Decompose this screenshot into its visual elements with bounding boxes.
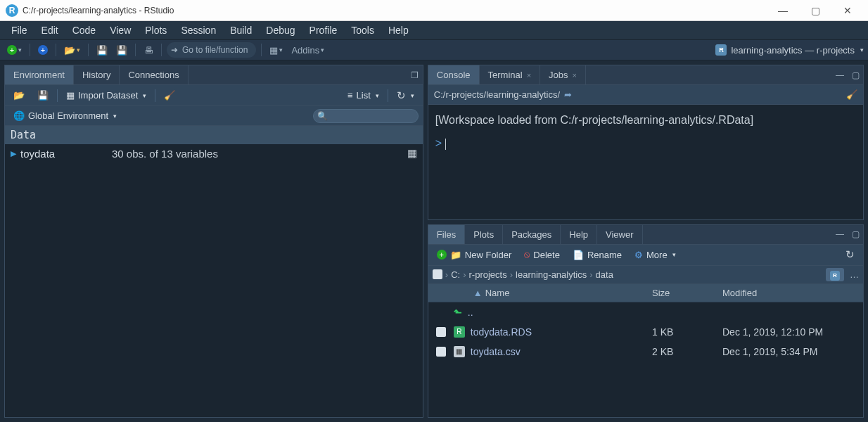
breadcrumb-item[interactable]: C: (451, 269, 460, 280)
menu-bar: File Edit Code View Plots Session Build … (0, 21, 868, 39)
more-button[interactable]: ⚙More▾ (630, 248, 680, 262)
tab-help[interactable]: Help (561, 225, 597, 244)
search-icon: 🔍 (317, 111, 328, 121)
rstudio-logo-icon: R (6, 4, 18, 17)
col-modified[interactable]: Modified (722, 288, 863, 298)
file-checkbox[interactable] (436, 347, 446, 357)
refresh-files-button[interactable]: ↻ (841, 247, 859, 262)
menu-help[interactable]: Help (381, 22, 416, 39)
tab-jobs[interactable]: Jobs× (540, 65, 586, 84)
console-output[interactable]: [Workspace loaded from C:/r-projects/lea… (428, 105, 863, 158)
pane-min-icon[interactable]: — (832, 70, 848, 80)
file-up-row[interactable]: ⬑.. (428, 302, 863, 322)
breadcrumb-project-icon[interactable]: R (826, 268, 844, 281)
menu-session[interactable]: Session (174, 22, 223, 39)
tab-connections[interactable]: Connections (120, 65, 188, 84)
tab-history[interactable]: History (74, 65, 120, 84)
save-button[interactable]: 💾 (94, 42, 110, 58)
menu-view[interactable]: View (103, 22, 138, 39)
pane-popout-icon[interactable]: ❐ (407, 70, 423, 80)
menu-profile[interactable]: Profile (302, 22, 345, 39)
save-all-button[interactable]: 💾 (113, 42, 130, 58)
col-name[interactable]: Name (485, 288, 510, 298)
console-line: [Workspace loaded from C:/r-projects/lea… (435, 112, 856, 128)
tab-terminal[interactable]: Terminal× (480, 65, 541, 84)
goto-file-function[interactable]: ➜ Go to file/function (167, 42, 256, 58)
new-folder-button[interactable]: +📁New Folder (433, 248, 516, 262)
menu-build[interactable]: Build (223, 22, 259, 39)
refresh-env-button[interactable]: ↻▾ (392, 88, 419, 103)
clear-console-button[interactable]: 🧹 (846, 89, 857, 100)
menu-code[interactable]: Code (65, 22, 103, 39)
env-item-name: toydata (20, 148, 112, 160)
print-button[interactable]: 🖶 (141, 42, 156, 58)
clear-workspace-button[interactable]: 🧹 (160, 89, 179, 102)
console-prompt: > (435, 137, 442, 149)
maximize-button[interactable]: ▢ (806, 5, 824, 16)
select-all-checkbox[interactable] (433, 269, 442, 279)
menu-edit[interactable]: Edit (34, 22, 65, 39)
window-titlebar: R C:/r-projects/learning-analytics - RSt… (0, 0, 868, 21)
new-file-button[interactable]: +▾ (4, 42, 25, 58)
tab-files[interactable]: Files (428, 225, 465, 244)
new-project-button[interactable]: + (35, 42, 51, 58)
minimize-button[interactable]: — (774, 5, 792, 16)
env-item[interactable]: ▶ toydata 30 obs. of 13 variables ▦ (5, 144, 423, 162)
env-scope-button[interactable]: 🌐 Global Environment▾ (9, 109, 121, 122)
environment-pane: Environment History Connections ❐ 📂 💾 ▦ … (4, 65, 423, 418)
menu-plots[interactable]: Plots (138, 22, 174, 39)
menu-file[interactable]: File (4, 22, 34, 39)
env-search-input[interactable] (313, 109, 419, 123)
delete-button[interactable]: ⦸Delete (520, 248, 564, 262)
files-breadcrumb: › C: › r-projects › learning-analytics ›… (428, 266, 863, 284)
menu-tools[interactable]: Tools (344, 22, 381, 39)
pane-max-icon[interactable]: ▢ (848, 229, 863, 239)
close-button[interactable]: ✕ (838, 5, 857, 16)
file-checkbox[interactable] (436, 327, 446, 337)
files-header: ▲Name Size Modified (428, 284, 863, 302)
console-wd: C:/r-projects/learning-analytics/ (434, 89, 560, 100)
file-size: 2 KB (652, 346, 722, 357)
save-workspace-button[interactable]: 💾 (33, 89, 53, 102)
open-file-button[interactable]: 📂▾ (61, 42, 83, 58)
sort-icon[interactable]: ▲ (473, 288, 483, 298)
file-row: ▦toydata.csv 2 KB Dec 1, 2019, 5:34 PM (428, 342, 863, 362)
file-modified: Dec 1, 2019, 5:34 PM (722, 346, 863, 357)
pane-max-icon[interactable]: ▢ (848, 70, 863, 80)
tab-packages[interactable]: Packages (503, 225, 561, 244)
folder-up-icon: ⬑ (454, 307, 462, 318)
view-data-icon[interactable]: ▦ (407, 147, 417, 160)
file-name[interactable]: todydata.RDS (471, 326, 532, 338)
tab-plots-pane[interactable]: Plots (465, 225, 503, 244)
file-row: Rtodydata.RDS 1 KB Dec 1, 2019, 12:10 PM (428, 322, 863, 342)
breadcrumb-more-icon[interactable]: … (850, 269, 859, 280)
console-wd-go-icon[interactable]: ➦ (564, 89, 572, 100)
rename-button[interactable]: 📄Rename (568, 248, 626, 262)
window-title: C:/r-projects/learning-analytics - RStud… (23, 6, 774, 15)
tab-console[interactable]: Console (428, 65, 480, 84)
addins-button[interactable]: Addins▾ (288, 42, 327, 58)
tab-environment[interactable]: Environment (5, 65, 74, 84)
csv-file-icon: ▦ (454, 346, 465, 357)
main-toolbar: +▾ + 📂▾ 💾 💾 🖶 ➜ Go to file/function ▦▾ A… (0, 39, 868, 60)
files-pane: Files Plots Packages Help Viewer — ▢ +📁N… (428, 224, 864, 418)
pane-min-icon[interactable]: — (832, 229, 848, 239)
col-size[interactable]: Size (652, 288, 722, 298)
rds-file-icon: R (454, 326, 465, 338)
file-size: 1 KB (652, 326, 722, 338)
breadcrumb-item[interactable]: learning-analytics (516, 269, 587, 280)
breadcrumb-item[interactable]: r-projects (469, 269, 507, 280)
tab-viewer[interactable]: Viewer (597, 225, 643, 244)
view-mode-button[interactable]: ≡ List▾ (343, 89, 383, 102)
load-workspace-button[interactable]: 📂 (9, 89, 29, 102)
project-switcher[interactable]: Rlearning-analytics — r-projects▾ (715, 44, 864, 56)
env-section-data: Data (5, 126, 423, 144)
file-name[interactable]: toydata.csv (471, 346, 521, 357)
import-dataset-button[interactable]: ▦ Import Dataset▾ (62, 89, 151, 102)
breadcrumb-item[interactable]: data (596, 269, 613, 280)
env-item-desc: 30 obs. of 13 variables (112, 148, 407, 160)
expand-icon[interactable]: ▶ (11, 149, 16, 158)
console-pane: Console Terminal× Jobs× — ▢ C:/r-project… (428, 65, 864, 220)
menu-debug[interactable]: Debug (259, 22, 302, 39)
grid-toolbar-button[interactable]: ▦▾ (267, 42, 286, 58)
